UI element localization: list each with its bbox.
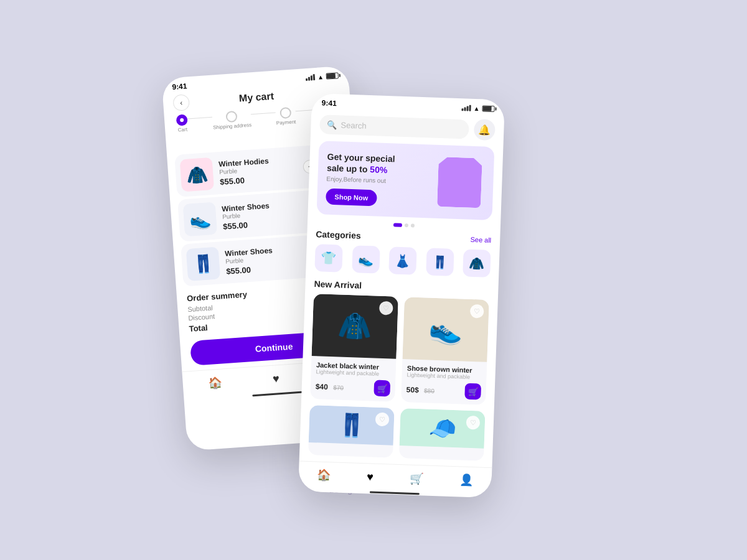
product-price-new-2: 50$ — [406, 385, 419, 394]
order-subtotal-label: Subtotal — [187, 304, 213, 313]
cart-title: My cart — [238, 91, 274, 105]
order-total-label: Total — [189, 323, 208, 334]
search-icon: 🔍 — [327, 119, 337, 129]
product-info-2: Shose brown winter Lightweight and packa… — [401, 359, 487, 405]
products-grid: 🧥 ♡ Jacket black winter Lightweight and … — [299, 294, 498, 468]
promo-banner: Get your specialsale up to 50% Enjoy,Bef… — [316, 141, 494, 220]
product-price-row-1: $40 $70 🛒 — [315, 378, 390, 396]
home-status-icons: ▲ — [461, 105, 494, 113]
category-shoes[interactable]: 👟 — [352, 245, 380, 274]
home-nav-profile-icon: 👤 — [459, 473, 474, 487]
step-circle-shipping — [225, 111, 237, 123]
cart-status-time: 9:41 — [172, 82, 187, 91]
back-button[interactable]: ‹ — [172, 94, 190, 111]
home-bar — [252, 391, 302, 397]
home-status-time: 9:41 — [321, 98, 337, 108]
dress-icon: 👗 — [395, 253, 411, 269]
banner-title: Get your specialsale up to 50% — [327, 151, 436, 177]
home-bar-2 — [370, 491, 420, 495]
jackets-icon: 🧥 — [469, 256, 485, 271]
signal-icon — [306, 74, 316, 81]
hoodie-illustration — [437, 157, 482, 208]
category-jackets[interactable]: 🧥 — [463, 249, 491, 278]
add-to-cart-2[interactable]: 🛒 — [464, 383, 481, 400]
category-shirts[interactable]: 👕 — [314, 244, 343, 273]
shirts-icon: 👕 — [321, 250, 337, 266]
cart-item-info-1: Winter Hodies Purble $55.00 — [218, 154, 298, 187]
new-arrival-title: New Arrival — [314, 279, 362, 291]
product-card-1[interactable]: 🧥 ♡ Jacket black winter Lightweight and … — [310, 294, 398, 402]
product-info-1: Jacket black winter Lightweight and pack… — [310, 356, 396, 402]
search-placeholder-text: Search — [341, 120, 367, 130]
add-to-cart-1[interactable]: 🛒 — [374, 380, 390, 397]
banner-highlight: 50% — [370, 164, 388, 175]
product-card-2[interactable]: 👟 ♡ Shose brown winter Lightweight and p… — [401, 297, 489, 405]
banner-text: Get your specialsale up to 50% Enjoy,Bef… — [326, 151, 436, 208]
banner-dots — [308, 220, 500, 231]
home-nav-cart-icon: 🛒 — [410, 472, 424, 486]
phones-container: 9:41 ▲ ‹ My cart Ca — [156, 47, 591, 513]
cart-item-info-2: Winter Shoes Purble $55.00 — [222, 198, 319, 231]
cart-item-img-3: 👖 — [186, 246, 221, 281]
home-nav-profile[interactable]: 👤 — [459, 473, 474, 487]
home-nav-heart[interactable]: ♥ — [367, 470, 374, 483]
categories-title: Categories — [316, 229, 361, 241]
home-phone: 9:41 ▲ 🔍 Search 🔔 — [298, 93, 505, 498]
home-nav-home-icon: 🏠 — [317, 468, 331, 482]
product-card-3[interactable]: ♡ 👖 — [308, 405, 395, 458]
battery-icon — [326, 72, 339, 79]
home-nav-heart-icon: ♥ — [367, 470, 374, 483]
category-pants[interactable]: 👖 — [426, 248, 454, 276]
step-circle-payment — [280, 107, 291, 119]
order-discount-label: Discount — [188, 312, 215, 322]
home-battery-icon — [482, 105, 494, 112]
nav-heart-button[interactable]: ♥ — [272, 372, 280, 386]
product-price-row-2: 50$ $80 🛒 — [406, 381, 481, 399]
step-label-shipping: Shipping address — [213, 122, 251, 130]
dot-1 — [393, 223, 402, 226]
dot-3 — [411, 223, 415, 227]
category-dress[interactable]: 👗 — [388, 246, 417, 275]
home-icon: 🏠 — [208, 376, 222, 390]
cart-item-img-2: 👟 — [183, 202, 218, 237]
pants-icon: 👖 — [432, 254, 448, 270]
home-wifi-icon: ▲ — [473, 105, 479, 111]
shoes-icon: 👟 — [358, 252, 374, 268]
step-cart: Cart — [176, 114, 189, 133]
product-price-old-2: $80 — [424, 387, 435, 394]
cart-item-img-1: 🧥 — [180, 157, 215, 192]
bell-icon: 🔔 — [478, 124, 491, 136]
banner-subtitle: Enjoy,Before runs out — [326, 175, 435, 186]
product-price-old-1: $70 — [333, 384, 344, 391]
dot-2 — [405, 223, 408, 227]
nav-home-button[interactable]: 🏠 — [208, 376, 222, 390]
step-line-2 — [251, 112, 276, 114]
product-prices-1: $40 $70 — [316, 380, 344, 393]
home-signal-icon — [462, 105, 471, 111]
step-label-cart: Cart — [178, 127, 188, 133]
search-box[interactable]: 🔍 Search — [319, 114, 469, 139]
shop-now-button[interactable]: Shop Now — [326, 189, 377, 207]
cart-status-icons: ▲ — [306, 72, 339, 82]
home-nav-home[interactable]: 🏠 — [317, 468, 331, 482]
step-label-payment: Payment — [276, 119, 296, 126]
step-line-1 — [187, 116, 212, 119]
step-shipping: Shipping address — [212, 110, 252, 130]
notification-button[interactable]: 🔔 — [474, 119, 496, 141]
heart-icon: ♥ — [272, 372, 280, 386]
wifi-icon: ▲ — [317, 73, 324, 81]
banner-hoodie-image — [434, 154, 486, 212]
step-circle-cart — [176, 114, 188, 126]
product-price-new-1: $40 — [316, 382, 329, 391]
product-prices-2: 50$ $80 — [406, 383, 435, 396]
home-nav-cart[interactable]: 🛒 — [410, 472, 424, 486]
product-card-4[interactable]: ♡ 🧢 — [399, 408, 486, 461]
step-payment: Payment — [275, 106, 296, 126]
see-all-button[interactable]: See all — [470, 236, 491, 244]
